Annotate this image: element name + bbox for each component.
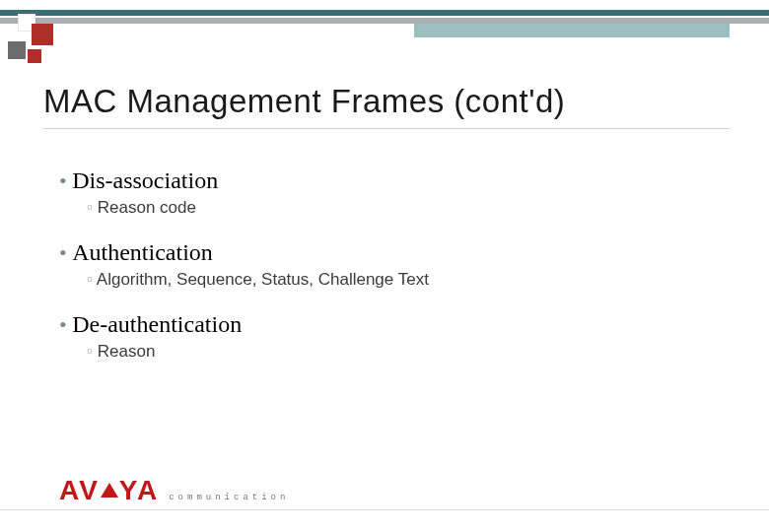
corner-motif [8,14,67,73]
header-decoration [0,0,769,59]
brand-letter: A [137,475,159,505]
bullet-sub: Algorithm, Sequence, Status, Challenge T… [87,270,710,290]
header-block [414,24,730,37]
bullet-heading: De-authentication [59,311,710,338]
motif-square [32,24,53,45]
bullet-sub: Reason code [87,198,710,218]
brand-letter: Y [119,475,137,505]
bullet-heading: Authentication [59,239,710,266]
brand-logo: AVYA [59,477,159,504]
slide-title: MAC Management Frames (cont'd) [43,83,730,129]
bullet-sub: Reason [87,342,710,362]
brand-letter: A [59,475,79,505]
list-item: De-authentication Reason [59,311,710,362]
list-item: Authentication Algorithm, Sequence, Stat… [59,239,710,290]
footer: AVYA communication [59,477,289,504]
footer-divider [0,509,769,510]
motif-square [8,41,26,59]
brand-tagline: communication [169,493,289,504]
triangle-icon [101,483,118,498]
list-item: Dis-association Reason code [59,167,710,218]
brand-letter: V [79,475,100,505]
slide: MAC Management Frames (cont'd) Dis-assoc… [0,0,769,532]
header-line-teal [0,10,769,16]
motif-square [28,49,41,63]
slide-body: Dis-association Reason code Authenticati… [59,167,710,383]
bullet-heading: Dis-association [59,167,710,194]
